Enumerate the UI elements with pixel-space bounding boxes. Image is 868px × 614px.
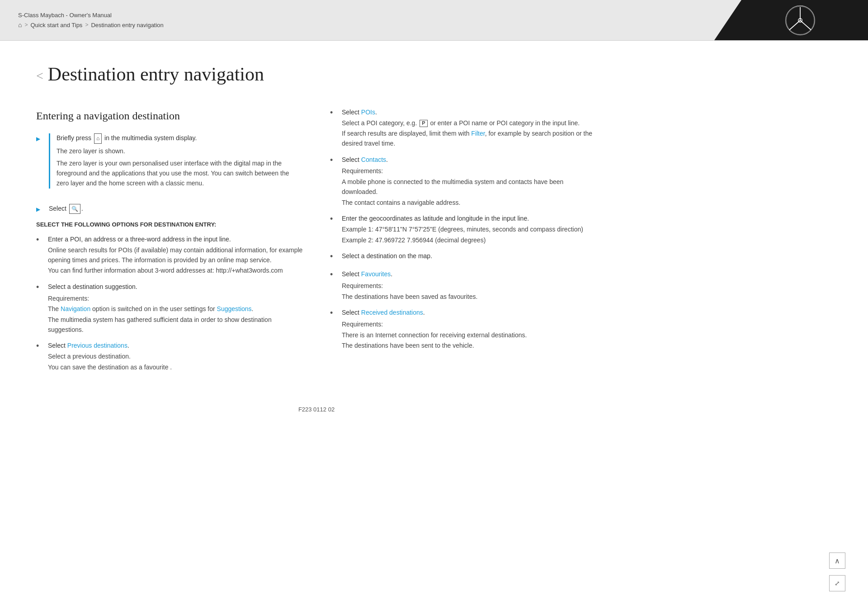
previous-destinations-link[interactable]: Previous destinations bbox=[67, 342, 127, 349]
suggestions-link[interactable]: Suggestions bbox=[217, 305, 252, 312]
left-column: Entering a navigation destination ▶ Brie… bbox=[36, 108, 303, 379]
navigation-link[interactable]: Navigation bbox=[61, 305, 90, 312]
list-item: • Select Favourites. Requirements: The d… bbox=[330, 269, 597, 302]
contacts-req1: A mobile phone is connected to the multi… bbox=[342, 177, 597, 197]
requirements-label: Requirements: bbox=[342, 320, 597, 330]
bullet-dot: • bbox=[36, 234, 42, 276]
list-item: • Enter a POI, an address or a three-wor… bbox=[36, 235, 303, 276]
right-bullet-list: • Select POIs. Select a POI category, e.… bbox=[330, 108, 597, 351]
step-1-sub1: The zero layer is shown. bbox=[57, 146, 303, 156]
requirements-label: Requirements: bbox=[342, 281, 597, 291]
bullet-dot: • bbox=[330, 269, 336, 302]
bullet-text: Select Previous destinations. bbox=[48, 341, 303, 351]
page-header: S-Class Maybach - Owner's Manual ⌂ > Qui… bbox=[0, 0, 868, 41]
bullet-text: Enter a POI, an address or a three-word … bbox=[48, 235, 303, 245]
section-heading: Entering a navigation destination bbox=[36, 108, 303, 124]
back-arrow[interactable]: < bbox=[36, 69, 43, 83]
bullet-content: Select Received destinations. Requiremen… bbox=[342, 308, 597, 351]
step-1-content: Briefly press ⌂ in the multimedia system… bbox=[49, 133, 303, 197]
expand-icon: ⤢ bbox=[835, 580, 840, 587]
bullet-dot: • bbox=[330, 213, 336, 245]
poi-sub2: If search results are displayed, limit t… bbox=[342, 129, 597, 148]
list-item: • Enter the geocoordinates as latitude a… bbox=[330, 214, 597, 245]
step-2: ▶ Select 🔍. bbox=[36, 204, 303, 214]
right-column: • Select POIs. Select a POI category, e.… bbox=[330, 108, 597, 379]
bullet-text: Select a destination on the map. bbox=[342, 251, 597, 261]
pois-link[interactable]: POIs bbox=[361, 109, 375, 116]
favourites-req1: The destinations have been saved as favo… bbox=[342, 292, 597, 302]
main-content: <Destination entry navigation Entering a… bbox=[0, 41, 633, 449]
list-item: • Select a destination on the map. bbox=[330, 251, 597, 263]
bullet-content: Select Previous destinations. Select a p… bbox=[48, 341, 303, 372]
bullet-sub2: You can find further information about 3… bbox=[48, 266, 303, 276]
breadcrumb-item-1[interactable]: Quick start and Tips bbox=[30, 22, 82, 28]
options-bullet-list: • Enter a POI, an address or a three-wor… bbox=[36, 235, 303, 372]
step-1-sub2: The zero layer is your own personalised … bbox=[57, 159, 303, 188]
bullet-text: Enter the geocoordinates as latitude and… bbox=[342, 214, 597, 224]
breadcrumb-item-2: Destination entry navigation bbox=[91, 22, 163, 28]
bullet-text: Select a destination suggestion. bbox=[48, 282, 303, 292]
breadcrumb: ⌂ > Quick start and Tips > Destination e… bbox=[18, 21, 696, 28]
home-icon[interactable]: ⌂ bbox=[18, 21, 22, 28]
two-column-layout: Entering a navigation destination ▶ Brie… bbox=[36, 108, 597, 379]
header-content: S-Class Maybach - Owner's Manual ⌂ > Qui… bbox=[0, 0, 714, 40]
step-arrow-1: ▶ bbox=[36, 135, 43, 197]
received-req1: There is an Internet connection for rece… bbox=[342, 331, 597, 340]
bullet-dot: • bbox=[330, 107, 336, 149]
select-heading: SELECT THE FOLLOWING OPTIONS FOR DESTINA… bbox=[36, 220, 303, 229]
geo-example2: Example 2: 47.969722 7.956944 (decimal d… bbox=[342, 236, 597, 246]
page-title: <Destination entry navigation bbox=[36, 63, 597, 85]
requirements-label: Requirements: bbox=[48, 294, 303, 304]
search-button-icon: 🔍 bbox=[69, 204, 80, 214]
bullet-content: Select a destination suggestion. Require… bbox=[48, 282, 303, 335]
bullet-dot: • bbox=[330, 307, 336, 351]
filter-link[interactable]: Filter bbox=[471, 130, 485, 137]
bullet-content: Enter a POI, an address or a three-word … bbox=[48, 235, 303, 276]
bullet-text: Select Contacts. bbox=[342, 155, 597, 165]
bullet-content: Select Contacts. Requirements: A mobile … bbox=[342, 155, 597, 208]
bullet-sub1: Online search results for POIs (if avail… bbox=[48, 246, 303, 265]
list-item: • Select POIs. Select a POI category, e.… bbox=[330, 108, 597, 149]
scroll-to-top-button[interactable]: ∧ bbox=[829, 553, 845, 569]
poi-badge: P bbox=[420, 120, 427, 127]
scroll-up-icon: ∧ bbox=[835, 557, 840, 565]
list-item: • Select Contacts. Requirements: A mobil… bbox=[330, 155, 597, 208]
contacts-link[interactable]: Contacts bbox=[361, 156, 386, 163]
bullet-content: Select Favourites. Requirements: The des… bbox=[342, 269, 597, 302]
bullet-dot: • bbox=[36, 281, 42, 335]
list-item: • Select Previous destinations. Select a… bbox=[36, 341, 303, 372]
favourites-link[interactable]: Favourites bbox=[361, 270, 391, 278]
requirements-label: Requirements: bbox=[342, 166, 597, 176]
home-button-icon: ⌂ bbox=[94, 133, 102, 144]
contacts-req2: The contact contains a navigable address… bbox=[342, 198, 597, 208]
bullet-content: Select POIs. Select a POI category, e.g.… bbox=[342, 108, 597, 149]
bullet-dot: • bbox=[330, 250, 336, 263]
requirements-text2: The multimedia system has gathered suffi… bbox=[48, 315, 303, 335]
requirements-text: The Navigation option is switched on in … bbox=[48, 304, 303, 314]
step-2-content: Select 🔍. bbox=[49, 204, 303, 214]
geo-example1: Example 1: 47°58'11"N 7°57'25"E (degrees… bbox=[342, 225, 597, 235]
bullet-dot: • bbox=[36, 340, 42, 372]
footer-code: F223 0112 02 bbox=[298, 406, 335, 413]
step-1: ▶ Briefly press ⌂ in the multimedia syst… bbox=[36, 133, 303, 197]
bullet-sub2: You can save the destination as a favour… bbox=[48, 363, 303, 373]
step-1-text: Briefly press ⌂ in the multimedia system… bbox=[57, 133, 303, 144]
bullet-dot: • bbox=[330, 154, 336, 208]
breadcrumb-sep-2: > bbox=[85, 22, 88, 28]
list-item: • Select a destination suggestion. Requi… bbox=[36, 282, 303, 335]
bullet-sub1: Select a previous destination. bbox=[48, 352, 303, 362]
list-item: • Select Received destinations. Requirem… bbox=[330, 308, 597, 351]
footer: F223 0112 02 bbox=[36, 406, 597, 422]
poi-sub1: Select a POI category, e.g. P or enter a… bbox=[342, 118, 597, 128]
bullet-text: Select POIs. bbox=[342, 108, 597, 118]
step-arrow-2: ▶ bbox=[36, 205, 43, 214]
received-req2: The destinations have been sent to the v… bbox=[342, 341, 597, 351]
bullet-text: Select Favourites. bbox=[342, 269, 597, 279]
expand-button[interactable]: ⤢ bbox=[829, 575, 845, 591]
bullet-text: Select Received destinations. bbox=[342, 308, 597, 318]
received-destinations-link[interactable]: Received destinations bbox=[361, 309, 423, 316]
step-1-section: Briefly press ⌂ in the multimedia system… bbox=[49, 133, 303, 188]
bullet-content: Enter the geocoordinates as latitude and… bbox=[342, 214, 597, 245]
mercedes-logo bbox=[784, 5, 816, 36]
bullet-content: Select a destination on the map. bbox=[342, 251, 597, 263]
